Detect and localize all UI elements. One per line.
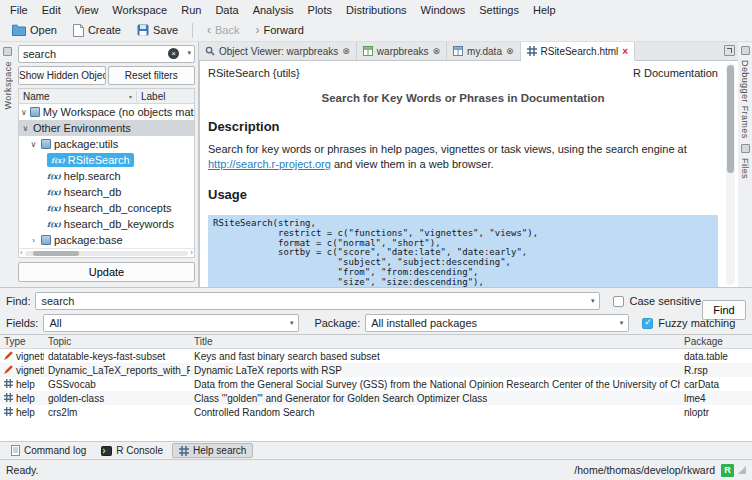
tree-item-package-utils[interactable]: ∨ package:utils bbox=[19, 136, 194, 152]
close-tab-icon[interactable]: ⊗ bbox=[506, 46, 514, 56]
tool-tab-command-log[interactable]: Command log bbox=[5, 443, 92, 458]
create-button[interactable]: Create bbox=[66, 22, 128, 39]
column-header-name[interactable]: Name ▾ bbox=[19, 91, 137, 102]
back-button[interactable]: ‹ Back bbox=[200, 22, 246, 38]
chevron-expanded-icon[interactable]: ∨ bbox=[21, 108, 27, 117]
horizontal-scrollbar[interactable]: ‹ › bbox=[19, 248, 194, 257]
clear-search-icon[interactable]: × bbox=[168, 48, 179, 59]
object-viewer-icon bbox=[205, 46, 215, 56]
tree-item-other-environments[interactable]: ∨ Other Environments bbox=[19, 120, 194, 136]
search-r-project-link[interactable]: http://search.r-project.org bbox=[208, 158, 331, 170]
menu-distributions[interactable]: Distributions bbox=[339, 2, 414, 18]
menu-analysis[interactable]: Analysis bbox=[246, 2, 301, 18]
rkward-window: File Edit View Workspace Run Data Analys… bbox=[0, 0, 752, 480]
menu-settings[interactable]: Settings bbox=[472, 2, 526, 18]
vertical-scrollbar[interactable] bbox=[726, 63, 735, 285]
document-area: Object Viewer: warpbreaks ⊗ warpbreaks ⊗… bbox=[199, 42, 738, 287]
tree-item-hsearch-db[interactable]: f(x) hsearch_db bbox=[19, 184, 194, 200]
table-row[interactable]: vignette datatable-keys-fast-subset Keys… bbox=[0, 349, 752, 363]
column-package[interactable]: Package bbox=[680, 336, 752, 347]
tree-item-rsitesearch[interactable]: f(x) RSiteSearch bbox=[19, 152, 194, 168]
menu-windows[interactable]: Windows bbox=[414, 2, 473, 18]
help-icon bbox=[4, 393, 13, 404]
scroll-left-icon[interactable]: ‹ bbox=[20, 249, 23, 257]
debugger-frames-dock-tab[interactable]: Debugger Frames bbox=[740, 60, 750, 139]
tab-label: RSiteSearch.html bbox=[541, 46, 619, 57]
open-button[interactable]: Open bbox=[5, 22, 64, 38]
column-topic[interactable]: Topic bbox=[44, 336, 190, 347]
chevron-expanded-icon[interactable]: ∨ bbox=[21, 124, 30, 133]
statusbar: Ready. /home/thomas/develop/rkward R bbox=[0, 459, 752, 480]
object-list-header: Name ▾ Label bbox=[19, 89, 194, 104]
object-browser: Name ▾ Label ∨ My Workspace (no objects … bbox=[18, 88, 195, 258]
usage-heading: Usage bbox=[208, 187, 718, 202]
debugger-frames-icon bbox=[741, 46, 750, 55]
save-button[interactable]: Save bbox=[130, 22, 185, 38]
column-header-label[interactable]: Label bbox=[137, 91, 169, 102]
close-tab-icon[interactable]: ⊗ bbox=[342, 46, 350, 56]
scrollbar-track[interactable] bbox=[25, 251, 189, 256]
workspace-icon bbox=[3, 47, 12, 56]
show-hidden-objects-button[interactable]: Show Hidden Objects bbox=[18, 66, 106, 85]
package-icon bbox=[41, 235, 51, 245]
tab-rsitesearch-html[interactable]: RSiteSearch.html × bbox=[521, 42, 636, 61]
forward-button[interactable]: › Forward bbox=[249, 22, 311, 38]
tab-my-data[interactable]: my.data ⊗ bbox=[447, 42, 520, 60]
back-icon: ‹ bbox=[207, 25, 211, 35]
table-row[interactable]: help GSSvocab Data from the General Soci… bbox=[0, 377, 752, 391]
menu-help[interactable]: Help bbox=[526, 2, 563, 18]
scrollbar-thumb[interactable] bbox=[33, 251, 79, 256]
tab-label: Object Viewer: warpbreaks bbox=[219, 46, 338, 57]
workspace-filter-buttons: Show Hidden Objects Reset filters bbox=[18, 66, 195, 85]
workspace-panel: × ▾ Show Hidden Objects Reset filters Na… bbox=[15, 42, 199, 287]
workspace-dock-tab[interactable]: Workspace bbox=[3, 61, 13, 109]
menu-run[interactable]: Run bbox=[174, 2, 208, 18]
create-label: Create bbox=[88, 24, 121, 36]
chevron-collapsed-icon[interactable]: › bbox=[29, 236, 38, 245]
menu-data[interactable]: Data bbox=[208, 2, 245, 18]
column-title[interactable]: Title bbox=[190, 336, 680, 347]
tool-tab-r-console[interactable]: R Console bbox=[95, 443, 169, 458]
files-dock-tab[interactable]: Files bbox=[740, 158, 750, 179]
column-type[interactable]: Type bbox=[0, 336, 44, 347]
menu-workspace[interactable]: Workspace bbox=[105, 2, 174, 18]
scrollbar-thumb[interactable] bbox=[727, 65, 734, 173]
case-sensitive-checkbox[interactable] bbox=[613, 296, 624, 307]
tree-item-hsearch-db-concepts[interactable]: f(x) hsearch_db_concepts bbox=[19, 200, 194, 216]
fields-combobox[interactable]: All ▾ bbox=[43, 314, 299, 332]
fuzzy-matching-checkbox[interactable] bbox=[642, 318, 653, 329]
menu-plots[interactable]: Plots bbox=[301, 2, 339, 18]
status-message: Ready. bbox=[6, 464, 39, 476]
table-row[interactable]: help crs2lm Controlled Random Search nlo… bbox=[0, 405, 752, 419]
detach-view-icon[interactable] bbox=[724, 45, 735, 56]
tab-warpbreaks[interactable]: warpbreaks ⊗ bbox=[357, 42, 447, 60]
resize-grip[interactable] bbox=[738, 466, 746, 474]
help-title: Search for Key Words or Phrases in Docum… bbox=[208, 92, 718, 104]
search-options-chevron-icon[interactable]: ▾ bbox=[187, 49, 191, 57]
function-icon: f(x) bbox=[51, 156, 65, 165]
close-tab-icon[interactable]: × bbox=[622, 46, 628, 57]
toolbar-separator bbox=[192, 23, 193, 38]
tree-item-help-search[interactable]: f(x) help.search bbox=[19, 168, 194, 184]
save-icon bbox=[137, 24, 149, 36]
r-engine-status-badge[interactable]: R bbox=[721, 464, 734, 477]
table-row[interactable]: vignette Dynamic_LaTeX_reports_with_RSP … bbox=[0, 363, 752, 377]
chevron-expanded-icon[interactable]: ∨ bbox=[29, 140, 38, 149]
tree-item-package-base[interactable]: › package:base bbox=[19, 232, 194, 248]
find-label: Find: bbox=[6, 295, 30, 307]
menu-view[interactable]: View bbox=[68, 2, 106, 18]
tree-item-my-workspace[interactable]: ∨ My Workspace (no objects matching filt… bbox=[19, 104, 194, 120]
close-tab-icon[interactable]: ⊗ bbox=[433, 46, 441, 56]
package-combobox[interactable]: All installed packages ▾ bbox=[365, 314, 629, 332]
scroll-right-icon[interactable]: › bbox=[190, 249, 193, 257]
usage-code-block[interactable]: RSiteSearch(string, restrict = c("functi… bbox=[208, 215, 718, 287]
tool-tab-help-search[interactable]: Help search bbox=[172, 443, 253, 458]
update-button[interactable]: Update bbox=[18, 262, 195, 282]
reset-filters-button[interactable]: Reset filters bbox=[108, 66, 196, 85]
tab-object-viewer-warpbreaks[interactable]: Object Viewer: warpbreaks ⊗ bbox=[199, 42, 357, 60]
find-combobox[interactable]: search ▾ bbox=[35, 292, 600, 310]
menu-file[interactable]: File bbox=[3, 2, 35, 18]
table-row[interactable]: help golden-class Class '"golden"' and G… bbox=[0, 391, 752, 405]
menu-edit[interactable]: Edit bbox=[35, 2, 68, 18]
tree-item-hsearch-db-keywords[interactable]: f(x) hsearch_db_keywords bbox=[19, 216, 194, 232]
